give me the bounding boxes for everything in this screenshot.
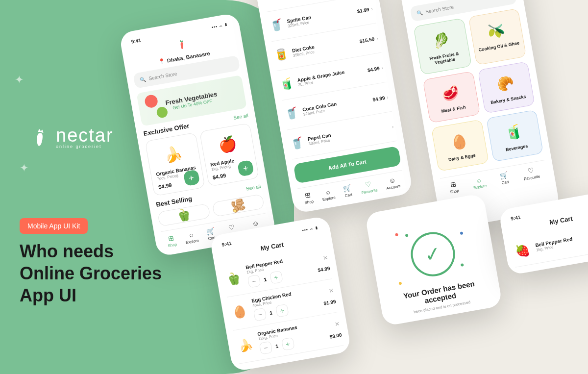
- status-icons: ••• ⌢ ▮: [211, 22, 229, 30]
- decrease-button[interactable]: −: [247, 274, 261, 288]
- tab-explore[interactable]: ⌕Explore: [184, 229, 199, 245]
- account-icon: ☺: [251, 219, 260, 227]
- screen-explore: 9:41••• ⌢ ▮ Find Products 🔍Search Store …: [398, 0, 561, 230]
- headline: Who needs Online Groceries App UI: [20, 240, 162, 306]
- pin-icon: 📍: [158, 58, 166, 65]
- decrease-button[interactable]: −: [253, 308, 267, 322]
- chevron-right-icon: ›: [386, 94, 389, 100]
- category-card[interactable]: 🫒Cooking Oil & Ghee: [468, 8, 526, 65]
- increase-button[interactable]: +: [281, 337, 295, 351]
- tab-shop[interactable]: ⊞Shop: [448, 180, 459, 195]
- increase-button[interactable]: +: [270, 271, 283, 284]
- search-icon: 🔍: [140, 76, 147, 83]
- cart-icon: 🛒: [206, 226, 216, 236]
- tab-cart[interactable]: 🛒Cart: [343, 184, 353, 199]
- category-card[interactable]: 🥩Meat & Fish: [422, 71, 480, 124]
- category-card[interactable]: 🥬Frash Fruits & Vegetable: [413, 18, 471, 75]
- tab-shop[interactable]: ⊞Shop: [166, 233, 177, 248]
- screen-cart: 9:41••• ⌢ ▮ My Cart 🫑Bell Pepper Red1kg,…: [209, 216, 351, 372]
- sparkle-icon: ✦: [20, 162, 28, 175]
- product-card[interactable]: 🍌Organic Bananas7pcs, Priceg$4.99+: [145, 132, 205, 196]
- section-bestselling: Best Selling: [155, 195, 193, 208]
- tab-shop[interactable]: ⊞Shop: [303, 191, 314, 205]
- category-card[interactable]: 🧃Beverages: [486, 110, 544, 162]
- screen-success: ✓ Your Order has beenaccepted been place…: [365, 193, 503, 326]
- see-all-link[interactable]: See all: [245, 184, 261, 192]
- remove-button[interactable]: ✕: [321, 287, 334, 296]
- tab-favourite[interactable]: ♡Favourite: [522, 166, 540, 181]
- heart-icon: ♡: [228, 223, 236, 232]
- product-card[interactable]: 🍎Red Apple1kg, Priceg$4.99+: [199, 123, 259, 186]
- tab-account[interactable]: ☺Account: [385, 175, 401, 191]
- shop-icon: ⊞: [168, 234, 175, 243]
- check-icon: ✓: [422, 242, 442, 267]
- success-badge: ✓: [407, 229, 458, 280]
- chevron-right-icon: ›: [376, 35, 378, 41]
- remove-button[interactable]: ✕: [327, 320, 340, 329]
- marketing-tag: Mobile App UI Kit: [20, 218, 88, 234]
- category-card[interactable]: 🥚Dairy & Eggs: [431, 119, 489, 172]
- remove-button[interactable]: ✕: [315, 253, 328, 262]
- increase-button[interactable]: +: [275, 304, 289, 318]
- tab-favourite[interactable]: ♡Favourite: [360, 179, 378, 195]
- tab-cart[interactable]: 🛒Cart: [499, 171, 510, 186]
- decrease-button[interactable]: −: [259, 341, 273, 355]
- category-card[interactable]: 🥐Bakery & Snacks: [477, 61, 535, 114]
- carrot-icon: [29, 126, 51, 148]
- explore-icon: ⌕: [189, 230, 194, 239]
- brand-logo: nectar online groceriet: [29, 125, 114, 149]
- chevron-right-icon: ›: [392, 124, 394, 129]
- brand-name: nectar: [56, 125, 114, 146]
- see-all-link[interactable]: See all: [233, 113, 249, 121]
- tab-explore[interactable]: ⌕Explore: [320, 187, 336, 202]
- sparkle-icon: ✦: [15, 74, 24, 86]
- chevron-right-icon: ›: [381, 65, 384, 70]
- chevron-right-icon: ›: [370, 6, 373, 11]
- tab-explore[interactable]: ⌕Explore: [471, 175, 487, 190]
- search-icon: 🔍: [416, 10, 423, 16]
